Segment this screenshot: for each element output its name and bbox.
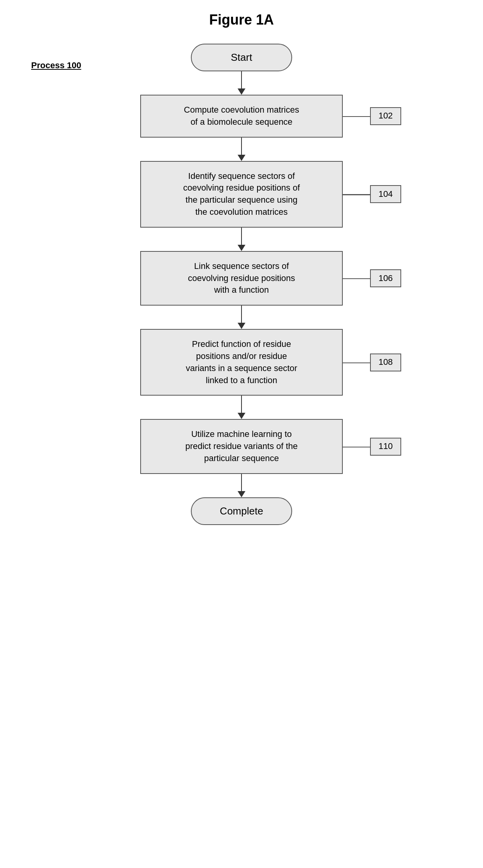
step-108-box: Predict function of residuepositions and… — [140, 329, 343, 396]
arrow-head-6 — [238, 491, 245, 497]
arrow-head — [238, 88, 245, 95]
connector-110 — [342, 447, 370, 448]
step-106-box: Link sequence sectors ofcoevolving resid… — [140, 251, 343, 306]
badge-106: 106 — [370, 269, 401, 287]
complete-terminal: Complete — [191, 497, 292, 525]
step-108-text: Predict function of residuepositions and… — [186, 339, 297, 385]
start-terminal: Start — [191, 44, 292, 71]
badge-110: 110 — [370, 438, 401, 456]
step-104-box: Identify sequence sectors ofcoevolving r… — [140, 161, 343, 228]
page-container: Figure 1A Process 100 Start Compute coev… — [0, 0, 483, 868]
arrow-1 — [238, 71, 245, 95]
process-label: Process 100 — [31, 60, 81, 71]
arrow-3 — [238, 228, 245, 251]
arrow-line-3 — [241, 228, 242, 245]
arrow-head-4 — [238, 323, 245, 329]
step-106-text: Link sequence sectors ofcoevolving resid… — [188, 261, 295, 295]
step-102-box: Compute coevolution matricesof a biomole… — [140, 95, 343, 138]
arrow-head-3 — [238, 245, 245, 251]
arrow-line-4 — [241, 306, 242, 323]
arrow-head-5 — [238, 413, 245, 419]
badge-108: 108 — [370, 354, 401, 371]
step-108-wrapper: Predict function of residuepositions and… — [140, 329, 343, 396]
arrow-line-5 — [241, 396, 242, 413]
step-110-text: Utilize machine learning topredict resid… — [185, 429, 298, 463]
arrow-2 — [238, 138, 245, 161]
step-106-wrapper: Link sequence sectors ofcoevolving resid… — [140, 251, 343, 306]
step-104-wrapper: Identify sequence sectors ofcoevolving r… — [140, 161, 343, 228]
badge-104: 104 — [370, 185, 401, 203]
step-110-box: Utilize machine learning topredict resid… — [140, 419, 343, 474]
connector-102 — [342, 116, 370, 117]
arrow-head-2 — [238, 155, 245, 161]
arrow-6 — [238, 474, 245, 497]
arrow-4 — [238, 306, 245, 329]
figure-title: Figure 1A — [209, 12, 274, 28]
arrow-line-2 — [241, 138, 242, 155]
step-102-wrapper: Compute coevolution matricesof a biomole… — [140, 95, 343, 138]
arrow-5 — [238, 396, 245, 419]
badge-102: 102 — [370, 107, 401, 125]
connector-106 — [342, 278, 370, 279]
arrow-line — [241, 71, 242, 88]
step-102-text: Compute coevolution matricesof a biomole… — [184, 105, 299, 127]
connector-104 — [342, 194, 370, 195]
step-110-wrapper: Utilize machine learning topredict resid… — [140, 419, 343, 474]
connector-108 — [342, 362, 370, 364]
arrow-line-6 — [241, 474, 242, 491]
flowchart: Start Compute coevolution matricesof a b… — [86, 44, 397, 525]
step-104-text: Identify sequence sectors ofcoevolving r… — [183, 171, 300, 217]
